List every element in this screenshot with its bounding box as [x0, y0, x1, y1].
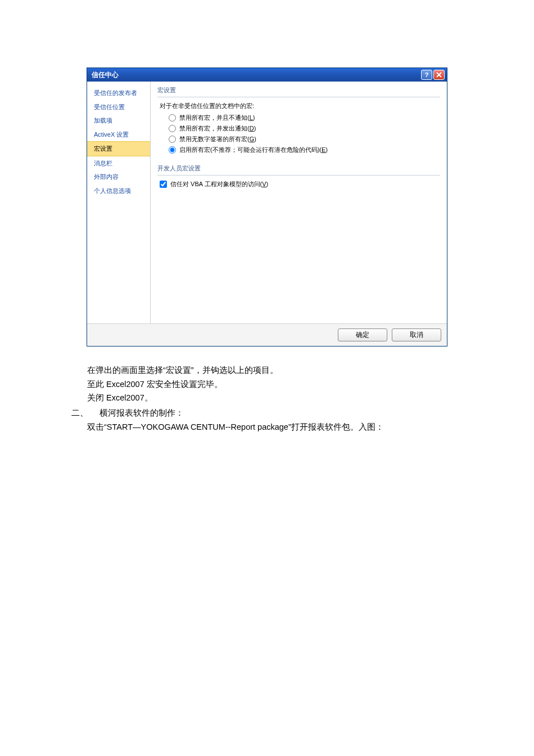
titlebar-buttons: ?	[421, 70, 445, 80]
radio-input[interactable]	[169, 146, 176, 154]
sidebar-item-trusted-publishers[interactable]: 受信任的发布者	[87, 86, 150, 100]
doc-numbered-heading: 二、 横河报表软件的制作：	[87, 406, 447, 420]
dialog-footer: 确定 取消	[87, 323, 447, 346]
macro-option-disable-unsigned[interactable]: 禁用无数字签署的所有宏(G)	[169, 135, 440, 143]
radio-label: 禁用所有宏，并发出通知(D)	[179, 124, 256, 133]
sidebar-item-macro-settings[interactable]: 宏设置	[87, 141, 150, 156]
sidebar-item-trusted-locations[interactable]: 受信任位置	[87, 100, 150, 114]
ok-button[interactable]: 确定	[338, 328, 387, 341]
sidebar-item-external-content[interactable]: 外部内容	[87, 170, 150, 184]
document-text: 在弹出的画面里选择“宏设置”，并钩选以上的项目。 至此 Excel2007 宏安…	[87, 363, 447, 434]
content-panel: 宏设置 对于在非受信任位置的文档中的宏: 禁用所有宏，并且不通知(L) 禁用所有…	[151, 82, 447, 323]
radio-input[interactable]	[169, 136, 176, 143]
macro-option-enable-all[interactable]: 启用所有宏(不推荐；可能会运行有潜在危险的代码)(E)	[169, 146, 440, 154]
doc-paragraph: 至此 Excel2007 宏安全性设置完毕。	[87, 377, 447, 392]
sidebar-item-activex[interactable]: ActiveX 设置	[87, 128, 150, 142]
macro-settings-heading: 宏设置	[157, 86, 440, 97]
macro-radio-group: 禁用所有宏，并且不通知(L) 禁用所有宏，并发出通知(D) 禁用无数字签署的所有…	[169, 114, 440, 154]
radio-label: 启用所有宏(不推荐；可能会运行有潜在危险的代码)(E)	[179, 146, 328, 154]
macro-option-disable-notify[interactable]: 禁用所有宏，并发出通知(D)	[169, 124, 440, 133]
cancel-button[interactable]: 取消	[392, 328, 441, 341]
sidebar-item-addins[interactable]: 加载项	[87, 114, 150, 128]
developer-settings-heading: 开发人员宏设置	[157, 164, 440, 176]
list-title: 横河报表软件的制作：	[99, 406, 184, 420]
sidebar: 受信任的发布者 受信任位置 加载项 ActiveX 设置 宏设置 消息栏 外部内…	[87, 82, 151, 323]
dialog-body: 受信任的发布者 受信任位置 加载项 ActiveX 设置 宏设置 消息栏 外部内…	[87, 82, 447, 323]
help-button[interactable]: ?	[421, 70, 432, 80]
sidebar-item-privacy-options[interactable]: 个人信息选项	[87, 184, 150, 198]
close-button[interactable]	[433, 70, 445, 80]
radio-label: 禁用无数字签署的所有宏(G)	[179, 135, 256, 143]
dialog-title: 信任中心	[92, 70, 119, 80]
dialog-titlebar: 信任中心 ?	[87, 68, 447, 82]
doc-paragraph: 关闭 Excel2007。	[87, 391, 447, 405]
trust-vba-checkbox-row[interactable]: 信任对 VBA 工程对象模型的访问(V)	[160, 180, 440, 188]
checkbox-label: 信任对 VBA 工程对象模型的访问(V)	[170, 180, 268, 188]
trust-center-dialog: 信任中心 ? 受信任的发布者 受信任位置 加载项 ActiveX 设置 宏设置 …	[87, 68, 447, 346]
list-number: 二、	[71, 406, 99, 420]
radio-input[interactable]	[169, 125, 176, 132]
sidebar-item-message-bar[interactable]: 消息栏	[87, 156, 150, 170]
macro-intro-text: 对于在非受信任位置的文档中的宏:	[160, 102, 440, 110]
trust-vba-checkbox[interactable]	[160, 181, 167, 188]
radio-input[interactable]	[169, 114, 176, 122]
radio-label: 禁用所有宏，并且不通知(L)	[179, 114, 255, 122]
doc-paragraph: 双击“START—YOKOGAWA CENTUM--Report package…	[87, 420, 447, 434]
doc-paragraph: 在弹出的画面里选择“宏设置”，并钩选以上的项目。	[87, 363, 447, 377]
macro-option-disable-no-notify[interactable]: 禁用所有宏，并且不通知(L)	[169, 114, 440, 122]
